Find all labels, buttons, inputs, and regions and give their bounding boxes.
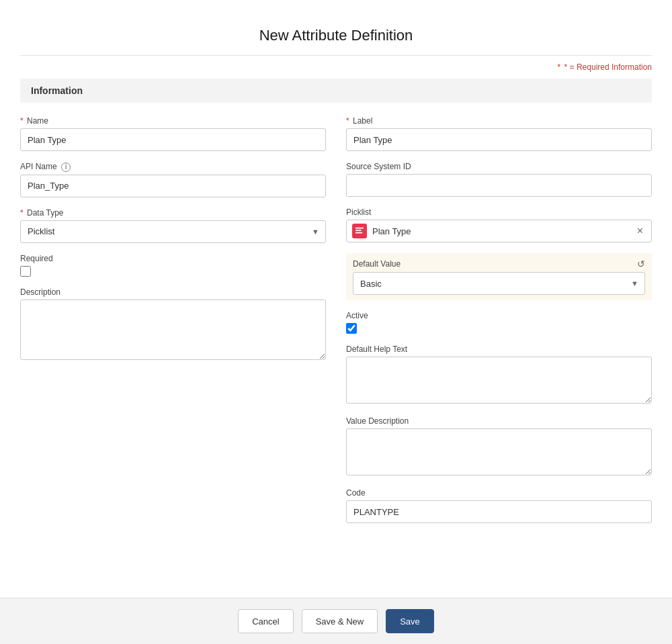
active-checkbox[interactable] — [346, 323, 357, 334]
name-input[interactable] — [20, 128, 326, 151]
main-content: New Attribute Definition * * = Required … — [0, 0, 672, 598]
required-group: Required — [20, 254, 326, 277]
required-star: * — [558, 62, 561, 72]
required-info: * * = Required Information — [20, 62, 652, 72]
api-name-info-icon: i — [61, 163, 71, 172]
code-group: Code — [346, 488, 652, 523]
name-label: * Name — [20, 116, 326, 126]
left-column: * Name API Name i * — [20, 116, 326, 534]
label-input[interactable] — [346, 128, 652, 151]
value-description-group: Value Description — [346, 416, 652, 477]
default-help-text-label: Default Help Text — [346, 344, 652, 354]
default-value-label-row: Default Value ↺ — [353, 259, 645, 269]
api-name-input[interactable] — [20, 175, 326, 197]
reset-default-value-icon[interactable]: ↺ — [637, 259, 645, 269]
data-type-label: * Data Type — [20, 208, 326, 218]
default-value-select[interactable]: Basic — [353, 272, 645, 295]
save-button[interactable]: Save — [386, 609, 434, 633]
description-group: Description — [20, 287, 326, 362]
default-value-label: Default Value — [353, 259, 401, 269]
save-new-button[interactable]: Save & New — [302, 609, 378, 633]
right-column: * Label Source System ID Picklist — [346, 116, 652, 534]
page-title: New Attribute Definition — [20, 13, 652, 56]
picklist-icon — [352, 224, 367, 238]
value-description-label: Value Description — [346, 416, 652, 426]
svg-rect-1 — [355, 230, 362, 231]
source-system-id-group: Source System ID — [346, 162, 652, 197]
required-checkbox[interactable] — [20, 266, 31, 277]
source-system-id-input[interactable] — [346, 174, 652, 197]
required-label: Required — [20, 254, 326, 263]
svg-rect-0 — [355, 228, 364, 229]
api-name-label: API Name i — [20, 162, 326, 172]
picklist-value-text: Plan Type — [372, 226, 634, 236]
code-input[interactable] — [346, 500, 652, 523]
name-required-star: * — [20, 116, 24, 126]
default-value-select-wrapper: Basic ▼ — [353, 272, 645, 295]
picklist-clear-button[interactable]: × — [634, 224, 646, 238]
data-type-select[interactable]: Picklist — [20, 220, 326, 243]
description-textarea[interactable] — [20, 300, 326, 360]
active-group: Active — [346, 311, 652, 334]
active-checkbox-wrapper — [346, 323, 652, 334]
footer: Cancel Save & New Save — [0, 598, 672, 644]
picklist-group: Picklist Plan Type × — [346, 208, 652, 242]
name-group: * Name — [20, 116, 326, 151]
active-label: Active — [346, 311, 652, 320]
default-value-group: Default Value ↺ Basic ▼ — [346, 253, 652, 300]
picklist-svg-icon — [355, 226, 364, 236]
svg-rect-2 — [355, 232, 363, 234]
required-checkbox-wrapper — [20, 266, 326, 277]
data-type-group: * Data Type Picklist ▼ — [20, 208, 326, 243]
code-label: Code — [346, 488, 652, 498]
default-help-text-group: Default Help Text — [346, 344, 652, 406]
label-label: * Label — [346, 116, 652, 126]
api-name-group: API Name i — [20, 162, 326, 197]
cancel-button[interactable]: Cancel — [238, 609, 293, 633]
section-information: Information — [20, 79, 652, 103]
data-type-required-star: * — [20, 208, 24, 218]
source-system-id-label: Source System ID — [346, 162, 652, 171]
label-required-star: * — [346, 116, 349, 126]
label-group: * Label — [346, 116, 652, 151]
data-type-select-wrapper: Picklist ▼ — [20, 220, 326, 243]
description-label: Description — [20, 287, 326, 297]
picklist-label: Picklist — [346, 208, 652, 217]
page-wrapper: New Attribute Definition * * = Required … — [0, 0, 672, 644]
value-description-textarea[interactable] — [346, 428, 652, 475]
form-grid: * Name API Name i * — [20, 116, 652, 534]
picklist-field[interactable]: Plan Type × — [346, 220, 652, 242]
default-help-text-textarea[interactable] — [346, 357, 652, 404]
